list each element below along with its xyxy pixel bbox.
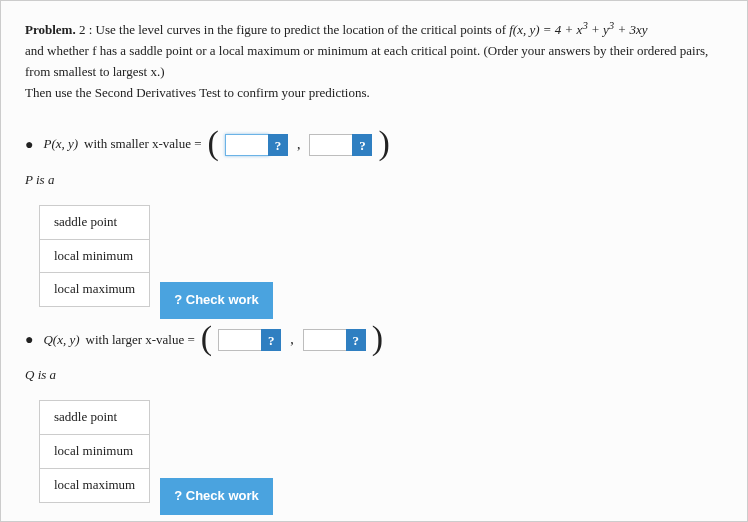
problem-label: Problem. bbox=[25, 22, 76, 37]
problem-statement: Problem. 2 : Use the level curves in the… bbox=[25, 17, 723, 104]
point-q-row: ● Q(x, y) with larger x-value = ( ? , ? … bbox=[25, 329, 723, 351]
q-option-min[interactable]: local minimum bbox=[40, 435, 150, 469]
point-p-row: ● P(x, y) with smaller x-value = ( ? , ?… bbox=[25, 134, 723, 156]
p-y-help-button[interactable]: ? bbox=[352, 134, 372, 156]
q-options: saddle point local minimum local maximum bbox=[39, 400, 150, 502]
q-options-table: saddle point local minimum local maximum bbox=[39, 400, 150, 502]
p-option-max[interactable]: local maximum bbox=[40, 273, 150, 307]
p-y-input[interactable] bbox=[309, 134, 353, 156]
q-label-post: with larger x-value = bbox=[86, 330, 195, 351]
q-options-row: saddle point local minimum local maximum… bbox=[25, 392, 723, 514]
p-option-saddle[interactable]: saddle point bbox=[40, 205, 150, 239]
q-classify-label: Q is a bbox=[25, 365, 723, 386]
p-options-table: saddle point local minimum local maximum bbox=[39, 205, 150, 307]
q-x-help-button[interactable]: ? bbox=[261, 329, 281, 351]
p-option-min[interactable]: local minimum bbox=[40, 239, 150, 273]
p-label-post: with smaller x-value = bbox=[84, 134, 201, 155]
p-label-pre: P(x, y) bbox=[43, 134, 78, 155]
p-options-row: saddle point local minimum local maximum… bbox=[25, 197, 723, 319]
q-x-input[interactable] bbox=[218, 329, 262, 351]
p-check-work-button[interactable]: ? Check work bbox=[160, 282, 273, 319]
comma: , bbox=[290, 329, 294, 351]
p-classify-label: P is a bbox=[25, 170, 723, 191]
q-option-saddle[interactable]: saddle point bbox=[40, 401, 150, 435]
comma: , bbox=[297, 134, 301, 156]
p-y-wrap: ? bbox=[309, 134, 372, 156]
problem-number: 2 : bbox=[79, 22, 92, 37]
p-x-input[interactable] bbox=[225, 134, 269, 156]
q-option-max[interactable]: local maximum bbox=[40, 468, 150, 502]
bullet-icon: ● bbox=[25, 134, 33, 156]
bullet-icon: ● bbox=[25, 329, 33, 351]
problem-page: Problem. 2 : Use the level curves in the… bbox=[0, 0, 748, 522]
problem-text-1: Use the level curves in the figure to pr… bbox=[96, 22, 510, 37]
function-expression: f(x, y) = 4 + x3 + y3 + 3xy bbox=[509, 22, 647, 37]
q-check-work-button[interactable]: ? Check work bbox=[160, 478, 273, 515]
q-y-help-button[interactable]: ? bbox=[346, 329, 366, 351]
second-deriv-test: Second Derivatives Test bbox=[95, 85, 221, 100]
p-x-help-button[interactable]: ? bbox=[268, 134, 288, 156]
problem-text-3a: Then use the bbox=[25, 85, 95, 100]
problem-text-3c: to confirm your predictions. bbox=[221, 85, 370, 100]
p-x-wrap: ? bbox=[225, 134, 288, 156]
p-options: saddle point local minimum local maximum bbox=[39, 205, 150, 307]
q-x-wrap: ? bbox=[218, 329, 281, 351]
problem-text-2: and whether f has a saddle point or a lo… bbox=[25, 43, 708, 79]
q-label-pre: Q(x, y) bbox=[43, 330, 79, 351]
q-y-wrap: ? bbox=[303, 329, 366, 351]
q-y-input[interactable] bbox=[303, 329, 347, 351]
